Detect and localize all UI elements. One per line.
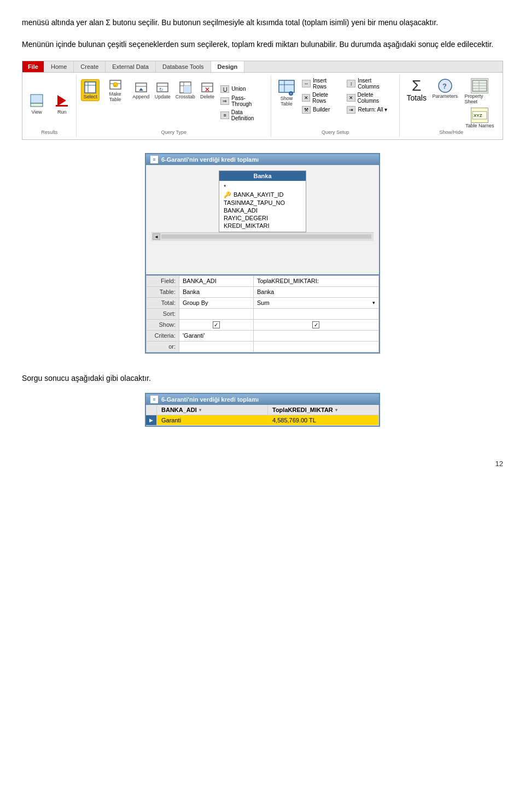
tab-create[interactable]: Create	[74, 61, 106, 72]
query-type-buttons: Select + Make Table	[81, 77, 266, 130]
view-button[interactable]: View	[26, 91, 48, 116]
svg-text:+: +	[114, 84, 116, 87]
builder-label: Builder	[313, 107, 330, 113]
header-row-selector	[146, 405, 157, 415]
property-sheet-button[interactable]: Property Sheet	[462, 77, 498, 105]
grid-or-col2[interactable]	[253, 341, 378, 352]
run-button[interactable]: Run	[51, 91, 73, 116]
query-setup-buttons: + ShowTable ↔ Insert Rows ✕ Delete Rows	[276, 77, 395, 130]
append-button[interactable]: Append	[131, 80, 151, 101]
checkbox-col2-icon: ✓	[312, 321, 319, 328]
grid-sort-col1[interactable]	[179, 308, 254, 319]
grid-criteria-col1[interactable]: 'Garanti'	[179, 330, 254, 341]
result-cell-banka-adi[interactable]: Garanti	[157, 415, 268, 425]
grid-table-col1[interactable]: Banka	[179, 286, 254, 297]
parameters-label: Parameters	[433, 93, 458, 99]
crosstab-icon	[179, 81, 192, 94]
result-header-row: BANKA_ADI ▾ ToplaKREDI_MIKTAR ▾	[146, 405, 379, 415]
insert-rows-icon: ↔	[302, 80, 311, 87]
table-box: Banka * 🔑 BANKA_KAYIT_ID TASINMAZ_TAPU_N…	[219, 170, 306, 232]
field-col2-dropdown: ToplaKREDI_MIKTARI:	[257, 278, 375, 284]
run-label: Run	[57, 109, 67, 115]
update-button[interactable]: ↻ Update	[153, 80, 172, 101]
query-grid-table: Field: BANKA_ADI ToplaKREDI_MIKTARI: Tab…	[146, 275, 379, 352]
tab-design[interactable]: Design	[211, 61, 245, 72]
grid-label-sort: Sort:	[147, 308, 179, 319]
tab-external-data[interactable]: External Data	[106, 61, 156, 72]
update-label: Update	[155, 94, 171, 99]
insert-columns-button[interactable]: ↕ Insert Columns	[346, 77, 395, 90]
append-label: Append	[132, 94, 149, 99]
grid-or-col1[interactable]	[179, 341, 254, 352]
parameters-button[interactable]: ? Parameters	[431, 77, 459, 100]
grid-row-or: or:	[147, 341, 379, 352]
show-table-button[interactable]: + ShowTable	[276, 77, 298, 108]
grid-label-total: Total:	[147, 297, 179, 308]
data-definition-button[interactable]: ≡ Data Definition	[219, 109, 266, 122]
make-table-button[interactable]: + Make Table	[101, 77, 129, 103]
tab-file[interactable]: File	[22, 61, 44, 72]
table-names-button[interactable]: XYZ Table Names	[462, 107, 498, 130]
key-icon: 🔑	[224, 191, 231, 198]
return-label: Return: All ▾	[358, 107, 387, 113]
select-icon	[84, 81, 97, 94]
grid-row-field: Field: BANKA_ADI ToplaKREDI_MIKTARI:	[147, 275, 379, 286]
tab-home[interactable]: Home	[44, 61, 74, 72]
grid-label-criteria: Criteria:	[147, 330, 179, 341]
delete-button[interactable]: ✕ Delete	[199, 80, 217, 101]
grid-show-col2[interactable]: ✓	[253, 319, 378, 330]
svg-rect-24	[279, 80, 294, 92]
table-names-icon: XYZ	[471, 108, 488, 123]
sort-arrow-1: ▾	[199, 408, 201, 413]
property-sheet-area: Property Sheet XYZ Table Names	[462, 77, 498, 130]
dropdown-arrow-icon: ▾	[372, 300, 375, 305]
grid-show-col1[interactable]: ✓	[179, 319, 254, 330]
delete-rows-icon: ✕	[302, 94, 310, 102]
grid-sort-col2[interactable]	[253, 308, 378, 319]
sorgu-text: Sorgu sonucu aşağıdaki gibi olacaktır.	[22, 372, 503, 384]
show-hide-buttons: Σ Totals ? Parameters	[404, 77, 498, 130]
grid-field-col2[interactable]: ToplaKREDI_MIKTARI:	[253, 275, 378, 286]
query-window-icon: ≡	[150, 156, 158, 163]
builder-button[interactable]: ⚒ Builder	[301, 105, 342, 114]
query-window-wrapper: ≡ 6-Garanti'nin verdiği kredi toplamı Ba…	[22, 153, 503, 367]
grid-field-col1[interactable]: BANKA_ADI	[179, 275, 254, 286]
view-label: View	[32, 109, 42, 115]
builder-icon: ⚒	[302, 106, 311, 114]
select-button[interactable]: Select	[81, 79, 100, 101]
grid-table-col2[interactable]: Banka	[253, 286, 378, 297]
insert-rows-button[interactable]: ↔ Insert Rows	[301, 77, 342, 90]
grid-row-sort: Sort:	[147, 308, 379, 319]
grid-total-col1[interactable]: Group By	[179, 297, 254, 308]
svg-rect-4	[85, 82, 96, 93]
crosstab-button[interactable]: Crosstab	[174, 80, 197, 101]
pass-through-label: Pass-Through	[231, 95, 265, 107]
svg-rect-3	[56, 105, 68, 107]
tab-database-tools[interactable]: Database Tools	[156, 61, 211, 72]
grid-total-col2[interactable]: Sum ▾	[253, 297, 378, 308]
table-field-star: *	[224, 183, 301, 191]
grid-row-total: Total: Group By Sum ▾	[147, 297, 379, 308]
append-icon	[135, 81, 148, 94]
delete-columns-button[interactable]: ✕ Delete Columns	[346, 91, 395, 104]
delete-rows-button[interactable]: ✕ Delete Rows	[301, 91, 342, 104]
grid-criteria-col2[interactable]	[253, 330, 378, 341]
query-design-area: Banka * 🔑 BANKA_KAYIT_ID TASINMAZ_TAPU_N…	[146, 165, 379, 274]
result-cell-kredi-miktar[interactable]: 4,585,769.00 TL	[268, 415, 379, 425]
property-sheet-label: Property Sheet	[465, 93, 495, 104]
scroll-track	[161, 234, 371, 239]
union-button[interactable]: ⋃ Union	[219, 85, 266, 93]
property-sheet-icon	[471, 78, 488, 93]
data-definition-label: Data Definition	[231, 109, 265, 121]
return-button[interactable]: ⇥ Return: All ▾	[346, 105, 395, 114]
results-buttons: View Run	[26, 77, 73, 130]
pass-through-icon: ⇒	[220, 97, 229, 105]
grid-label-or: or:	[147, 341, 179, 352]
scroll-left-btn[interactable]: ◄	[153, 233, 160, 240]
pass-through-button[interactable]: ⇒ Pass-Through	[219, 95, 266, 108]
totals-button[interactable]: Σ Totals	[404, 77, 429, 103]
scroll-bar[interactable]: ◄	[151, 232, 374, 241]
table-box-title: Banka	[219, 171, 306, 181]
svg-rect-20	[184, 86, 191, 93]
ribbon-group-show-hide: Σ Totals ? Parameters	[400, 75, 503, 137]
